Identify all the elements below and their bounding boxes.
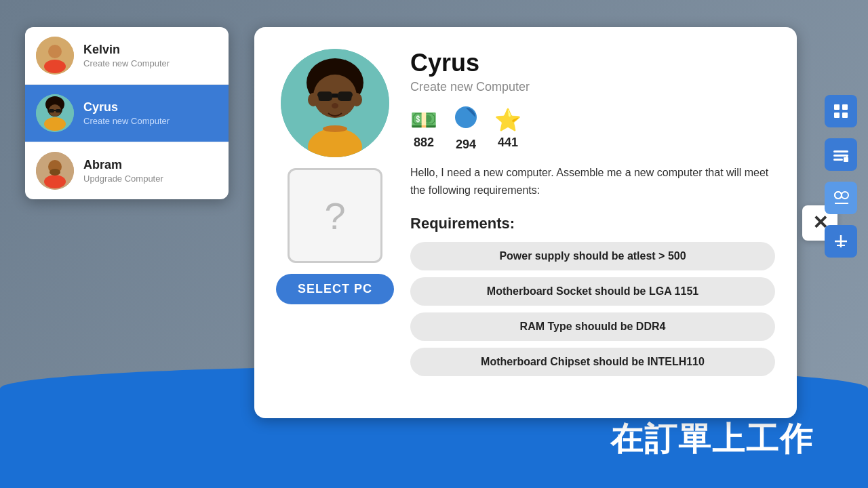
svg-rect-32: [842, 113, 848, 118]
svg-rect-20: [317, 92, 332, 101]
detail-avatar-cyrus: [281, 49, 389, 157]
svg-point-24: [308, 93, 319, 106]
svg-rect-30: [842, 104, 848, 110]
detail-right: Cyrus Create new Computer 💵 882 294: [410, 49, 775, 383]
svg-point-28: [455, 106, 477, 128]
svg-rect-3: [45, 62, 64, 66]
stats-row: 💵 882 294 ⭐ 441: [410, 105, 775, 152]
avatar-cyrus: [36, 94, 74, 132]
svg-rect-10: [54, 110, 56, 111]
svg-point-25: [351, 93, 362, 106]
customer-info-abram: Abram Updgrade Computer: [83, 158, 163, 184]
svg-rect-36: [844, 157, 848, 162]
pc-placeholder: ?: [288, 168, 382, 263]
svg-rect-21: [338, 92, 353, 101]
svg-rect-22: [332, 94, 338, 98]
circle-value: 294: [456, 138, 476, 152]
requirements-title: Requirements:: [410, 215, 775, 232]
svg-rect-31: [834, 113, 840, 118]
customer-info-cyrus: Cyrus Create new Computer: [83, 100, 170, 126]
detail-header: ? SELECT PC Cyrus Create new Computer 💵 …: [276, 49, 775, 383]
customer-name-abram: Abram: [83, 158, 163, 172]
right-icon-3[interactable]: [825, 182, 857, 214]
customer-item-kelvin[interactable]: Kelvin Create new Computer: [25, 27, 229, 85]
stat-money: 💵 882: [410, 107, 437, 150]
requirement-item-1: Motherboard Socket should be LGA 1151: [410, 277, 775, 306]
requirement-item-0: Power supply should be atlest > 500: [410, 242, 775, 270]
customer-task-cyrus: Create new Computer: [83, 116, 170, 126]
svg-point-27: [323, 125, 347, 132]
circle-icon: [454, 105, 478, 135]
customer-name-cyrus: Cyrus: [83, 100, 170, 115]
detail-panel: ? SELECT PC Cyrus Create new Computer 💵 …: [254, 27, 797, 418]
svg-point-41: [842, 192, 848, 199]
stat-star: ⭐ 441: [494, 107, 521, 150]
right-icon-4[interactable]: [825, 225, 857, 258]
avatar-kelvin: [36, 37, 74, 75]
customer-info-kelvin: Kelvin Create new Computer: [83, 43, 170, 68]
select-pc-button[interactable]: SELECT PC: [276, 274, 394, 304]
detail-customer-name: Cyrus: [410, 49, 775, 77]
detail-customer-task: Create new Computer: [410, 80, 775, 94]
customer-item-cyrus[interactable]: Cyrus Create new Computer: [25, 85, 229, 142]
right-icons-panel: [825, 95, 857, 258]
requirement-item-3: Motherboard Chipset should be INTELH110: [410, 348, 775, 376]
svg-point-1: [48, 45, 62, 58]
svg-rect-33: [833, 150, 848, 152]
svg-rect-34: [833, 155, 848, 157]
customer-name-kelvin: Kelvin: [83, 43, 170, 57]
svg-rect-15: [45, 178, 64, 182]
svg-rect-35: [833, 159, 843, 161]
money-value: 882: [414, 136, 434, 150]
star-icon: ⭐: [494, 107, 521, 133]
svg-point-23: [332, 103, 338, 108]
detail-left: ? SELECT PC: [276, 49, 394, 304]
svg-rect-8: [49, 109, 54, 113]
svg-point-39: [835, 192, 842, 199]
right-icon-2[interactable]: [825, 138, 857, 171]
detail-description: Hello, I need a new computer. Assemble m…: [410, 164, 775, 199]
bottom-subtitle: 在訂單上工作: [610, 418, 814, 461]
star-value: 441: [498, 136, 518, 150]
customer-task-abram: Updgrade Computer: [83, 174, 163, 184]
requirement-item-2: RAM Type shouuld be DDR4: [410, 312, 775, 341]
stat-circle: 294: [454, 105, 478, 152]
customer-task-kelvin: Create new Computer: [83, 58, 170, 68]
avatar-abram: [36, 152, 74, 190]
svg-rect-9: [56, 109, 61, 113]
question-mark-icon: ?: [324, 194, 345, 238]
svg-point-16: [50, 169, 60, 176]
svg-rect-29: [834, 104, 840, 110]
right-icon-1[interactable]: [825, 95, 857, 127]
svg-point-11: [44, 117, 66, 131]
money-icon: 💵: [410, 107, 437, 133]
customer-item-abram[interactable]: Abram Updgrade Computer: [25, 142, 229, 199]
customer-list-panel: Kelvin Create new Computer Cyrus Create …: [25, 27, 229, 199]
